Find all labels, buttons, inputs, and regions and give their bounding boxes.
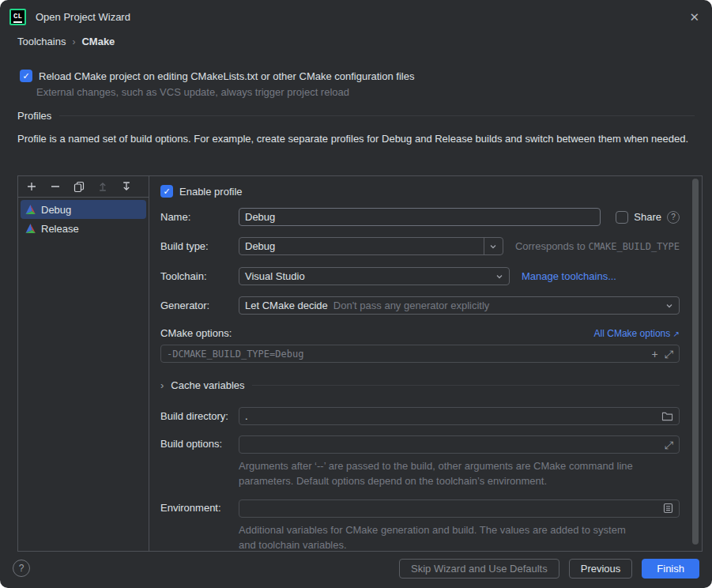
name-label: Name: bbox=[160, 211, 239, 223]
name-value: Debug bbox=[245, 211, 275, 223]
build-options-row: Build options: ⤢ Arguments after ‘--’ ar… bbox=[160, 435, 680, 489]
chevron-down-icon bbox=[490, 268, 509, 285]
build-directory-input[interactable]: . bbox=[239, 407, 680, 425]
profile-list-panel: Debug Release bbox=[18, 176, 149, 551]
expand-icon[interactable]: ⤢ bbox=[665, 349, 673, 360]
build-type-label: Build type: bbox=[160, 240, 239, 252]
breadcrumb-toolchains[interactable]: Toolchains bbox=[17, 36, 66, 47]
environment-input[interactable] bbox=[239, 499, 680, 518]
share-help-icon[interactable]: ? bbox=[667, 211, 680, 224]
cmake-icon bbox=[24, 204, 36, 216]
cmake-options-input[interactable]: -DCMAKE_BUILD_TYPE=Debug + ⤢ bbox=[160, 345, 680, 363]
cache-variables-section[interactable]: › Cache variables bbox=[160, 379, 680, 391]
open-project-wizard-dialog: CL Open Project Wizard ✕ Toolchains › CM… bbox=[0, 0, 712, 588]
reload-cmake-hint: External changes, such as VCS update, al… bbox=[36, 86, 712, 98]
close-icon[interactable]: ✕ bbox=[689, 11, 699, 23]
external-link-icon: ↗ bbox=[673, 330, 680, 338]
help-button[interactable]: ? bbox=[13, 560, 30, 577]
all-cmake-options-link[interactable]: All CMake options ↗ bbox=[594, 328, 680, 339]
enable-profile-label[interactable]: Enable profile bbox=[179, 186, 243, 198]
environment-hint: Additional variables for CMake generatio… bbox=[239, 523, 646, 553]
variables-list-icon[interactable] bbox=[663, 503, 673, 514]
manage-toolchains-link[interactable]: Manage toolchains... bbox=[522, 270, 616, 282]
remove-profile-button[interactable] bbox=[45, 178, 66, 195]
profile-item-label: Debug bbox=[41, 204, 71, 216]
build-options-input[interactable]: ⤢ bbox=[239, 435, 680, 454]
build-directory-label: Build directory: bbox=[160, 410, 239, 422]
profiles-section-header: Profiles bbox=[17, 110, 695, 122]
profile-item-release[interactable]: Release bbox=[21, 219, 146, 238]
cmake-options-label: CMake options: bbox=[160, 327, 232, 339]
enable-profile-checkbox[interactable]: ✓ bbox=[160, 185, 173, 198]
share-label[interactable]: Share bbox=[634, 211, 661, 223]
cmake-options-placeholder: -DCMAKE_BUILD_TYPE=Debug bbox=[167, 349, 303, 360]
generator-row: Generator: Let CMake decide Don't pass a… bbox=[160, 296, 680, 315]
name-row: Name: Debug Share ? bbox=[160, 208, 680, 226]
build-options-label: Build options: bbox=[160, 438, 239, 450]
move-up-button[interactable] bbox=[92, 178, 113, 195]
window-title: Open Project Wizard bbox=[36, 11, 130, 23]
chevron-down-icon bbox=[660, 297, 679, 314]
toolchain-row: Toolchain: Visual Studio Manage toolchai… bbox=[160, 267, 680, 285]
clion-logo-text: CL bbox=[13, 13, 22, 23]
profile-item-debug[interactable]: Debug bbox=[21, 200, 146, 219]
chevron-right-icon: › bbox=[160, 379, 164, 391]
share-checkbox[interactable] bbox=[616, 211, 628, 224]
breadcrumb-separator-icon: › bbox=[72, 36, 75, 47]
profile-item-label: Release bbox=[41, 223, 79, 235]
footer-buttons: Skip Wizard and Use Defaults Previous Fi… bbox=[399, 559, 699, 579]
profiles-section-divider bbox=[59, 115, 695, 116]
skip-wizard-button[interactable]: Skip Wizard and Use Defaults bbox=[399, 559, 559, 579]
build-directory-value: . bbox=[245, 410, 248, 422]
share-group: Share ? bbox=[616, 211, 680, 224]
folder-icon[interactable] bbox=[661, 411, 673, 421]
build-type-select[interactable]: Debug bbox=[239, 237, 503, 255]
minus-icon bbox=[49, 180, 62, 193]
chevron-down-icon bbox=[484, 238, 503, 254]
cmake-icon bbox=[24, 223, 36, 235]
generator-label: Generator: bbox=[160, 300, 239, 311]
reload-cmake-row: ✓ Reload CMake project on editing CMakeL… bbox=[20, 70, 712, 82]
finish-button[interactable]: Finish bbox=[642, 559, 699, 579]
environment-row: Environment: Additional variables for CM… bbox=[160, 499, 680, 553]
cmake-options-header: CMake options: All CMake options ↗ bbox=[160, 327, 680, 339]
enable-profile-row: ✓ Enable profile bbox=[160, 185, 680, 198]
reload-cmake-label[interactable]: Reload CMake project on editing CMakeLis… bbox=[39, 70, 414, 82]
build-type-row: Build type: Debug Corresponds to CMAKE_B… bbox=[160, 237, 680, 255]
copy-profile-button[interactable] bbox=[69, 178, 89, 195]
clion-logo-icon: CL bbox=[9, 9, 26, 25]
scrollbar[interactable] bbox=[692, 179, 699, 545]
previous-button[interactable]: Previous bbox=[569, 559, 633, 579]
move-down-button[interactable] bbox=[116, 178, 137, 195]
add-option-icon[interactable]: + bbox=[652, 349, 658, 360]
name-input[interactable]: Debug bbox=[239, 208, 601, 226]
breadcrumb-cmake: CMake bbox=[81, 36, 115, 47]
profile-list: Debug Release bbox=[18, 198, 149, 238]
environment-label: Environment: bbox=[160, 502, 239, 514]
profile-list-toolbar bbox=[18, 176, 149, 198]
titlebar: CL Open Project Wizard ✕ bbox=[0, 0, 712, 25]
cache-variables-label: Cache variables bbox=[171, 379, 244, 391]
toolchain-value: Visual Studio bbox=[245, 270, 305, 282]
add-profile-button[interactable] bbox=[21, 178, 42, 195]
profiles-description: Profile is a named set of build options.… bbox=[17, 132, 695, 147]
build-directory-row: Build directory: . bbox=[160, 407, 680, 425]
profiles-panel: Debug Release ✓ Enable profile N bbox=[17, 175, 703, 552]
move-up-icon bbox=[96, 180, 109, 193]
toolchain-label: Toolchain: bbox=[160, 270, 239, 282]
reload-cmake-checkbox[interactable]: ✓ bbox=[20, 70, 32, 82]
build-type-hint: Corresponds to CMAKE_BUILD_TYPE bbox=[515, 240, 680, 252]
expand-icon[interactable]: ⤢ bbox=[665, 439, 673, 450]
profiles-section-title: Profiles bbox=[17, 110, 51, 122]
toolchain-select[interactable]: Visual Studio bbox=[239, 267, 510, 285]
copy-icon bbox=[73, 180, 85, 193]
build-type-value: Debug bbox=[245, 240, 275, 252]
generator-value-hint: Don't pass any generator explicitly bbox=[333, 300, 490, 311]
generator-select[interactable]: Let CMake decide Don't pass any generato… bbox=[239, 296, 680, 315]
build-options-hint: Arguments after ‘--’ are passed to the b… bbox=[239, 459, 646, 489]
plus-icon bbox=[25, 180, 38, 193]
profile-form: ✓ Enable profile Name: Debug Share ? bbox=[149, 176, 702, 551]
generator-value: Let CMake decide bbox=[245, 300, 328, 311]
move-down-icon bbox=[120, 180, 133, 193]
cache-variables-divider bbox=[252, 385, 680, 386]
